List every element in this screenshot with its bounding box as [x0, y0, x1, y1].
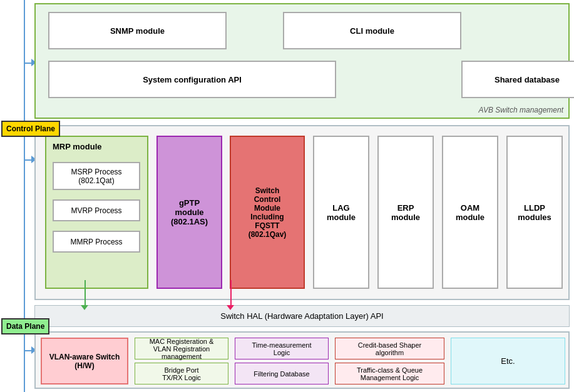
lag-label: LAG module	[327, 203, 356, 222]
data-plane-text: Data Plane	[6, 322, 44, 331]
mrp-title: MRP module	[53, 142, 102, 151]
control-section: MRP module MSRP Process (802.1Qat) MVRP …	[34, 125, 570, 300]
bridge-box: Bridge Port TX/RX Logic	[135, 363, 228, 384]
mrp-down-arrow	[85, 280, 86, 307]
avb-management-label: AVB Switch management	[479, 106, 563, 114]
lldp-label: LLDP modules	[518, 203, 551, 222]
cli-box: CLI module	[283, 12, 461, 49]
erp-label: ERP module	[391, 203, 420, 222]
filtering-box: Filtering Database	[235, 363, 329, 384]
msrp-box: MSRP Process (802.1Qat)	[53, 162, 140, 190]
etc-label: Etc.	[501, 356, 515, 366]
lldp-box: LLDP modules	[506, 136, 563, 289]
mrp-down-arrowhead	[81, 305, 88, 310]
scm-label: Switch Control Module Including FQSTT (8…	[249, 186, 287, 239]
mac-label: MAC Registeration & VLAN Registration ma…	[150, 338, 214, 360]
hal-label: Switch HAL (Hardware Adaptation Layer) A…	[220, 311, 383, 321]
filtering-label: Filtering Database	[254, 370, 309, 378]
scm-hal-arrowhead	[227, 305, 234, 310]
sysconfig-box: System configuration API	[48, 61, 336, 98]
cli-label: CLI module	[350, 26, 394, 36]
mmrp-label: MMRP Process	[70, 238, 122, 246]
scm-hal-arrow	[230, 280, 232, 307]
vlan-label: VLAN-aware Switch (H/W)	[49, 353, 120, 370]
oam-label: OAM module	[456, 203, 484, 222]
mvrp-box: MVRP Process	[53, 199, 140, 221]
lag-box: LAG module	[313, 136, 369, 289]
vlan-box: VLAN-aware Switch (H/W)	[41, 338, 128, 384]
shareddb-label: Shared database	[495, 75, 560, 84]
hal-section: Switch HAL (Hardware Adaptation Layer) A…	[34, 305, 570, 327]
sysconfig-label: System configuration API	[143, 75, 242, 84]
control-plane-text: Control Plane	[6, 124, 55, 133]
scm-box: Switch Control Module Including FQSTT (8…	[230, 136, 305, 289]
oam-box: OAM module	[442, 136, 498, 289]
time-box: Time-measurement Logic	[235, 338, 329, 359]
mac-box: MAC Registeration & VLAN Registration ma…	[135, 338, 228, 359]
credit-box: Credit-based Shaper algorithm	[335, 338, 444, 359]
time-label: Time-measurement Logic	[252, 341, 312, 356]
data-plane-label: Data Plane	[1, 318, 49, 334]
msrp-label: MSRP Process (802.1Qat)	[71, 168, 121, 185]
bridge-label: Bridge Port TX/RX Logic	[162, 366, 201, 381]
mvrp-label: MVRP Process	[71, 206, 121, 215]
data-section: VLAN-aware Switch (H/W) MAC Registeratio…	[34, 331, 570, 389]
credit-label: Credit-based Shaper algorithm	[358, 341, 422, 356]
traffic-box: Traffic-class & Queue Management Logic	[335, 363, 444, 384]
traffic-label: Traffic-class & Queue Management Logic	[357, 366, 423, 381]
snmp-label: SNMP module	[110, 26, 165, 36]
mrp-box: MRP module MSRP Process (802.1Qat) MVRP …	[45, 136, 148, 289]
gptp-box: gPTP module (802.1AS)	[156, 136, 222, 289]
mmrp-box: MMRP Process	[53, 231, 140, 253]
diagram-container: Control Plane Data Plane AVB Switch mana…	[0, 0, 574, 392]
control-plane-label: Control Plane	[1, 121, 60, 137]
snmp-box: SNMP module	[48, 12, 227, 49]
shareddb-box: Shared database	[461, 61, 574, 98]
gptp-label: gPTP module (802.1AS)	[171, 198, 208, 226]
avb-section: AVB Switch management SNMP module CLI mo…	[34, 3, 570, 119]
etc-box: Etc.	[451, 338, 565, 384]
erp-box: ERP module	[377, 136, 434, 289]
